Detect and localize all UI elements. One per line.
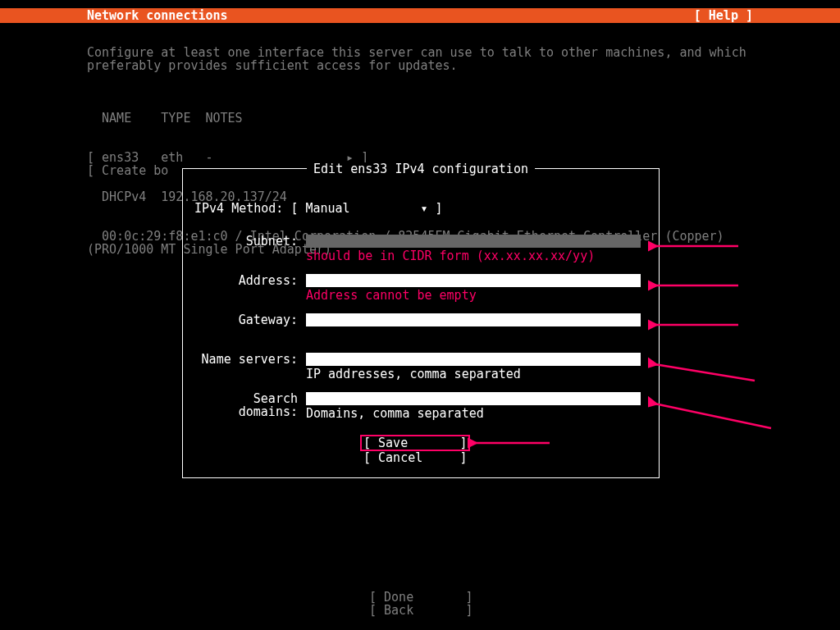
label-nameservers: Name servers: <box>194 353 298 366</box>
dialog-title: Edit ens33 IPv4 configuration <box>307 162 535 176</box>
ipv4-method-row: IPv4 Method: [ Manual▾ ] <box>194 202 443 215</box>
input-search-domains[interactable] <box>306 392 641 405</box>
annotation-arrow-address <box>648 277 746 294</box>
row-gateway: Gateway: <box>194 313 649 328</box>
help-button[interactable]: [ Help ] <box>694 9 753 22</box>
input-gateway[interactable] <box>306 313 641 326</box>
ipv4-method-value: Manual <box>305 201 349 216</box>
label-subnet: Subnet: <box>194 235 298 248</box>
input-subnet[interactable] <box>306 235 641 248</box>
ipv4-method-open: [ <box>290 201 305 216</box>
hint-address: Address cannot be empty <box>306 289 477 302</box>
hint-subnet: should be in CIDR form (xx.xx.xx.xx/yy) <box>306 249 595 262</box>
cancel-button[interactable]: [ Cancel ] <box>363 451 470 464</box>
chevron-down-icon[interactable]: ▾ <box>420 202 427 215</box>
annotation-arrow-search-domains <box>648 395 779 436</box>
annotation-arrow-gateway <box>648 317 746 333</box>
create-bond-button[interactable]: [ Create bo <box>87 164 168 177</box>
hint-search-domains: Domains, comma separated <box>306 407 484 420</box>
save-button[interactable]: [ Save ] <box>360 435 470 451</box>
row-address: Address: Address cannot be empty <box>194 274 649 302</box>
ipv4-config-dialog: Edit ens33 IPv4 configuration IPv4 Metho… <box>182 168 660 478</box>
ipv4-method-label: IPv4 Method: <box>194 201 290 216</box>
page-title: Network connections <box>87 9 228 22</box>
form-area: Subnet: should be in CIDR form (xx.xx.xx… <box>194 235 649 431</box>
ipv4-method-close: ] <box>428 201 443 216</box>
iface-headers: NAME TYPE NOTES <box>87 112 768 125</box>
row-subnet: Subnet: should be in CIDR form (xx.xx.xx… <box>194 235 649 262</box>
input-address[interactable] <box>306 274 641 287</box>
footer-buttons: [ Done ] [ Back ] <box>369 591 472 617</box>
header-bar: Network connections [ Help ] <box>0 8 840 23</box>
label-search-domains: Search domains: <box>194 392 298 418</box>
done-button[interactable]: [ Done ] <box>369 591 472 604</box>
ipv4-method-dropdown[interactable]: Manual <box>305 202 420 215</box>
back-button[interactable]: [ Back ] <box>369 604 472 617</box>
label-address: Address: <box>194 274 298 287</box>
annotation-arrow-nameservers <box>648 356 763 389</box>
row-nameservers: Name servers: IP addresses, comma separa… <box>194 353 649 381</box>
dialog-buttons: [ Save ] [ Cancel ] <box>363 436 470 464</box>
svg-line-3 <box>655 364 755 381</box>
row-search-domains: Search domains: Domains, comma separated <box>194 392 649 420</box>
label-gateway: Gateway: <box>194 313 298 326</box>
intro-text: Configure at least one interface this se… <box>87 46 768 72</box>
svg-line-4 <box>655 404 771 428</box>
input-nameservers[interactable] <box>306 353 641 366</box>
hint-nameservers: IP addresses, comma separated <box>306 368 521 381</box>
